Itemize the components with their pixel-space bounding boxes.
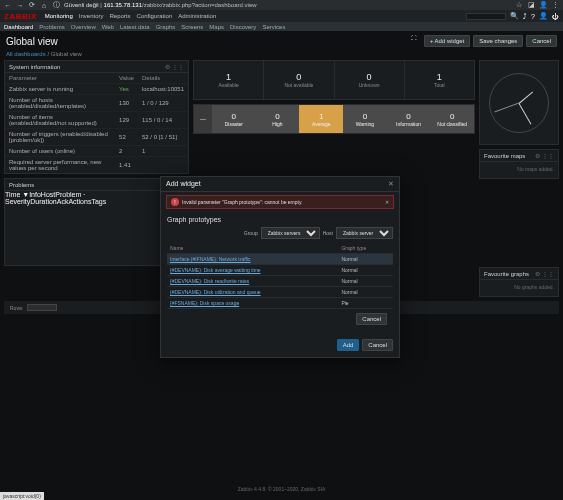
- browser-chrome: ← → ⟳ ⌂ ⓘ Güvenli değil | 161.35.78.131/…: [0, 0, 563, 10]
- graph-prototype-row[interactable]: Interface {#IFNAME}: Network trafficNorm…: [167, 254, 393, 265]
- column-header[interactable]: Duration: [30, 198, 56, 205]
- gear-icon[interactable]: ⚙: [535, 270, 540, 277]
- column-header[interactable]: Tags: [91, 198, 106, 205]
- subnav-item[interactable]: Overview: [71, 24, 96, 30]
- stat-item: 0Unknown: [335, 61, 405, 99]
- system-information-widget: System information ⚙ ⋮⋮ ParameterValueDe…: [4, 60, 189, 174]
- column-header[interactable]: Ack: [57, 198, 69, 205]
- insecure-icon[interactable]: ⓘ: [52, 1, 60, 9]
- widget-title: Favourite graphs: [484, 271, 529, 277]
- clock-widget: [479, 60, 559, 145]
- gear-icon[interactable]: ⚙: [535, 152, 540, 159]
- support-icon[interactable]: ?: [531, 13, 535, 20]
- gear-icon[interactable]: ⚙: [165, 63, 170, 70]
- subnav-item[interactable]: Graphs: [156, 24, 176, 30]
- breadcrumb: All dashboards / Global view: [0, 51, 563, 60]
- graph-prototype-row[interactable]: {#DEVNAME}: Disk read/write ratesNormal: [167, 276, 393, 287]
- severity-item[interactable]: 0High: [256, 105, 300, 133]
- global-search-input[interactable]: [466, 13, 506, 20]
- add-widget-modal: Add widget ✕ ! Invalid parameter "Graph …: [160, 176, 400, 358]
- error-banner: ! Invalid parameter "Graph prototype": c…: [166, 195, 394, 209]
- column-header[interactable]: Info: [29, 191, 41, 198]
- stat-item: 1Available: [194, 61, 264, 99]
- stat-item: 0Not available: [264, 61, 334, 99]
- clock-face: [489, 73, 549, 133]
- topnav-item[interactable]: Monitoring: [45, 13, 73, 19]
- close-icon[interactable]: ✕: [388, 180, 394, 188]
- favourite-maps-widget: Favourite maps ⚙ ⋮⋮ No maps added.: [479, 149, 559, 179]
- subnav-item[interactable]: Services: [262, 24, 285, 30]
- add-widget-button[interactable]: + Add widget: [424, 35, 471, 47]
- severity-item[interactable]: 0Disaster: [212, 105, 256, 133]
- severity-item[interactable]: 1Average: [299, 105, 343, 133]
- avatar-icon[interactable]: 👤: [539, 1, 547, 9]
- drag-icon[interactable]: ⋮⋮: [172, 63, 184, 70]
- breadcrumb-current: Global view: [51, 51, 82, 57]
- rows-input[interactable]: [27, 304, 57, 311]
- subnav-item[interactable]: Discovery: [230, 24, 256, 30]
- search-icon[interactable]: 🔍: [510, 12, 519, 20]
- error-icon: !: [171, 198, 179, 206]
- modal-section-title: Graph prototypes: [167, 216, 393, 223]
- topnav-item[interactable]: Inventory: [79, 13, 104, 19]
- subnav-item[interactable]: Problems: [39, 24, 64, 30]
- cancel-button[interactable]: Cancel: [362, 339, 393, 351]
- severity-widget: — 0Disaster0High1Average0Warning0Informa…: [193, 104, 475, 134]
- logo: ZABBIX: [4, 12, 37, 21]
- drag-icon[interactable]: ⋮⋮: [542, 270, 554, 277]
- graph-prototype-row[interactable]: {#DEVNAME}: Disk average waiting timeNor…: [167, 265, 393, 276]
- severity-item[interactable]: 0Information: [387, 105, 431, 133]
- user-icon[interactable]: 👤: [539, 12, 548, 20]
- graph-prototype-row[interactable]: {#FSNAME}: Disk space usagePie: [167, 298, 393, 309]
- sysinfo-row: Required server performance, new values …: [5, 157, 188, 174]
- column-header[interactable]: Host: [41, 191, 55, 198]
- subnav-item[interactable]: Screens: [181, 24, 203, 30]
- menu-icon[interactable]: ⋮: [551, 1, 559, 9]
- sysinfo-row: Number of items (enabled/disabled/not su…: [5, 112, 188, 129]
- sysinfo-row: Number of hosts (enabled/disabled/templa…: [5, 95, 188, 112]
- collapse-icon[interactable]: —: [194, 105, 212, 133]
- breadcrumb-root[interactable]: All dashboards: [6, 51, 46, 57]
- home-icon[interactable]: ⌂: [40, 1, 48, 9]
- favourite-graphs-widget: Favourite graphs ⚙ ⋮⋮ No graphs added.: [479, 267, 559, 297]
- sysinfo-row: Number of triggers (enabled/disabled [pr…: [5, 129, 188, 146]
- subnav-item[interactable]: Maps: [209, 24, 224, 30]
- extension-icon[interactable]: ◪: [527, 1, 535, 9]
- graph-prototype-row[interactable]: {#DEVNAME}: Disk utilization and queueNo…: [167, 287, 393, 298]
- topnav-item[interactable]: Reports: [109, 13, 130, 19]
- share-icon[interactable]: ⤴: [523, 13, 527, 20]
- kiosk-icon[interactable]: ⛶: [411, 35, 417, 47]
- widget-title: System information: [9, 64, 60, 70]
- address-bar[interactable]: Güvenli değil | 161.35.78.131/zabbix/zab…: [64, 2, 257, 8]
- widget-title: Favourite maps: [484, 153, 525, 159]
- topnav-item[interactable]: Administration: [178, 13, 216, 19]
- reload-icon[interactable]: ⟳: [28, 1, 36, 9]
- page-title: Global view: [6, 36, 58, 47]
- back-icon[interactable]: ←: [4, 1, 12, 9]
- column-header[interactable]: Time ▼: [5, 191, 29, 198]
- save-changes-button[interactable]: Save changes: [473, 35, 523, 47]
- host-availability-widget: 1Available0Not available0Unknown1Total: [193, 60, 475, 100]
- add-button[interactable]: Add: [337, 339, 360, 351]
- sub-nav: DashboardProblemsOverviewWebLatest dataG…: [0, 22, 563, 31]
- error-close-icon[interactable]: ✕: [385, 199, 389, 205]
- severity-item[interactable]: 0Warning: [343, 105, 387, 133]
- topnav-item[interactable]: Configuration: [137, 13, 173, 19]
- inner-cancel-button[interactable]: Cancel: [356, 313, 387, 325]
- subnav-item[interactable]: Latest data: [120, 24, 150, 30]
- footer: Zabbix 4.4.8. © 2001–2020, Zabbix SIA: [0, 486, 563, 492]
- group-select[interactable]: Zabbix servers: [261, 227, 320, 239]
- host-select[interactable]: Zabbix server: [336, 227, 393, 239]
- forward-icon[interactable]: →: [16, 1, 24, 9]
- cancel-dashboard-button[interactable]: Cancel: [526, 35, 557, 47]
- star-icon[interactable]: ☆: [515, 1, 523, 9]
- severity-item[interactable]: 0Not classified: [430, 105, 474, 133]
- status-bar-link: javascript:void(0): [0, 492, 44, 500]
- logout-icon[interactable]: ⏻: [552, 13, 559, 20]
- sysinfo-row: Number of users (online)21: [5, 146, 188, 157]
- column-header[interactable]: Actions: [68, 198, 91, 205]
- drag-icon[interactable]: ⋮⋮: [542, 152, 554, 159]
- widget-title: Problems: [9, 182, 34, 188]
- subnav-item[interactable]: Dashboard: [4, 24, 33, 30]
- subnav-item[interactable]: Web: [102, 24, 114, 30]
